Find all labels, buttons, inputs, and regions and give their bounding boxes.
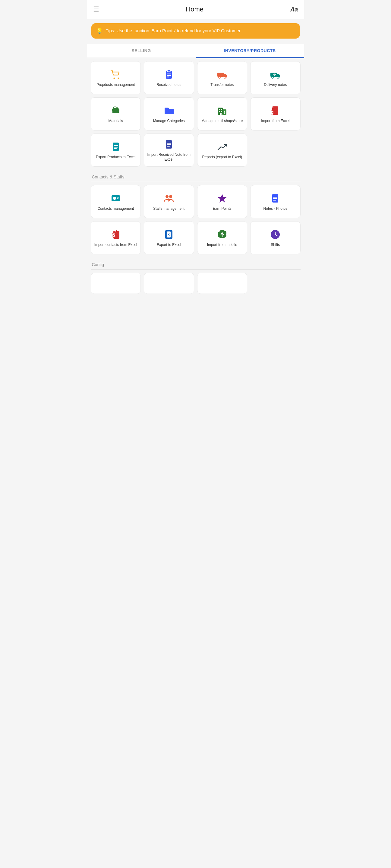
svg-rect-2: [166, 71, 172, 79]
folder-icon: [163, 105, 174, 116]
svg-rect-7: [217, 73, 224, 77]
tab-inventory[interactable]: INVENTORY/PRODUCTS: [196, 44, 304, 58]
svg-rect-20: [219, 111, 220, 112]
cart-icon: [110, 69, 121, 80]
svg-rect-46: [273, 197, 277, 198]
config-grid: [87, 270, 304, 297]
card-label-import-received-note-excel: Import Received Note from Excel: [146, 152, 192, 162]
card-label-shifts: Shifts: [271, 242, 280, 247]
page-title: Home: [186, 5, 204, 13]
contact-card-icon: [110, 193, 121, 204]
card-label-export-to-excel: Export to Excel: [157, 242, 181, 247]
tab-bar: SELLING INVENTORY/PRODUCTS: [87, 44, 304, 58]
card-products-management[interactable]: Propducts management: [91, 61, 141, 94]
svg-rect-3: [167, 70, 170, 72]
card-label-manage-multi-shops: Manage multi shops/store: [201, 119, 243, 123]
card-import-from-mobile[interactable]: Import from mobile: [197, 221, 247, 254]
card-label-products-management: Propducts management: [96, 82, 135, 87]
card-export-products-excel[interactable]: Export Products to Excel: [91, 133, 141, 167]
card-contacts-management[interactable]: Contacts management: [91, 185, 141, 218]
svg-rect-47: [273, 198, 277, 199]
svg-rect-32: [114, 148, 117, 149]
svg-rect-34: [167, 143, 171, 144]
tip-text: Tips: Use the function 'Earn Points' to …: [106, 27, 241, 34]
card-materials[interactable]: Materials: [91, 97, 141, 130]
truck-right-icon: [217, 69, 228, 80]
truck-arrow-icon: [270, 69, 281, 80]
svg-rect-23: [224, 113, 225, 114]
card-received-notes[interactable]: Received notes: [144, 61, 194, 94]
svg-rect-21: [221, 111, 222, 112]
card-staffs-management[interactable]: Staffs management: [144, 185, 194, 218]
card-label-contacts-management: Contacts management: [97, 206, 134, 211]
clock-circle-icon: [270, 229, 281, 240]
tab-selling[interactable]: SELLING: [87, 44, 196, 58]
cloud-upload-icon: [217, 229, 228, 240]
svg-point-38: [113, 197, 116, 200]
svg-point-12: [277, 76, 279, 79]
burger-icon: [110, 105, 121, 116]
svg-rect-40: [117, 198, 118, 199]
app-header: ☰ Home Aa: [87, 0, 304, 19]
card-label-export-products-excel: Export Products to Excel: [96, 155, 136, 159]
card-import-contacts-excel[interactable]: Import contacts from Excel: [91, 221, 141, 254]
card-label-received-notes: Received notes: [156, 82, 181, 87]
doc-excel-icon: X: [163, 229, 174, 240]
card-label-manage-categories: Manage Categories: [153, 119, 185, 123]
card-reports-export[interactable]: Reports (export to Excel): [197, 133, 247, 167]
card-label-delivery-notes: Delivery notes: [264, 82, 287, 87]
svg-point-41: [166, 195, 169, 198]
svg-rect-4: [167, 73, 171, 74]
svg-point-8: [218, 76, 220, 79]
card-manage-categories[interactable]: Manage Categories: [144, 97, 194, 130]
trend-up-icon: [217, 141, 228, 152]
svg-marker-44: [218, 194, 227, 203]
card-export-to-excel[interactable]: X Export to Excel: [144, 221, 194, 254]
svg-rect-17: [223, 110, 227, 115]
card-label-reports-export: Reports (export to Excel): [202, 155, 242, 159]
doc-lines-indigo-icon: [163, 139, 174, 150]
contacts-section-label: Contacts & Staffs: [87, 170, 304, 182]
svg-rect-39: [117, 197, 119, 198]
svg-point-1: [118, 78, 119, 79]
people-icon: [163, 193, 174, 204]
svg-rect-22: [224, 111, 225, 112]
svg-rect-35: [167, 144, 171, 145]
svg-rect-6: [167, 76, 169, 78]
tip-icon: 💡: [96, 28, 103, 34]
svg-rect-36: [167, 146, 170, 147]
card-manage-multi-shops[interactable]: Manage multi shops/store: [197, 97, 247, 130]
svg-point-61: [275, 234, 276, 235]
card-label-earn-points: Earn Points: [213, 206, 232, 211]
doc-lines-cyan-icon: [110, 141, 121, 152]
card-transfer-notes[interactable]: Transfer notes: [197, 61, 247, 94]
config-section-label: Config: [87, 257, 304, 270]
card-notes-photos[interactable]: Notes - Photos: [250, 185, 301, 218]
doc-blue-icon: [270, 193, 281, 204]
menu-button[interactable]: ☰: [93, 5, 99, 13]
card-shifts[interactable]: Shifts: [250, 221, 301, 254]
card-config-placeholder-2[interactable]: [144, 273, 194, 294]
card-label-import-from-mobile: Import from mobile: [207, 242, 237, 247]
card-config-placeholder-1[interactable]: [91, 273, 141, 294]
svg-rect-48: [273, 200, 276, 201]
card-import-received-note-excel[interactable]: Import Received Note from Excel: [144, 133, 194, 167]
card-label-import-contacts-excel: Import contacts from Excel: [94, 242, 137, 247]
card-earn-points[interactable]: Earn Points: [197, 185, 247, 218]
doc-red-clip-icon: [110, 229, 121, 240]
card-config-placeholder-3[interactable]: [197, 273, 247, 294]
svg-point-11: [272, 76, 273, 79]
svg-point-0: [113, 78, 115, 79]
star-icon: [217, 193, 228, 204]
card-label-import-from-excel: Import from Excel: [261, 119, 290, 123]
card-delivery-notes[interactable]: Delivery notes: [250, 61, 301, 94]
card-label-notes-photos: Notes - Photos: [264, 206, 287, 211]
svg-point-15: [112, 111, 119, 113]
svg-rect-5: [167, 75, 171, 76]
doc-red-icon: [270, 105, 281, 116]
svg-rect-24: [220, 113, 221, 115]
svg-point-9: [224, 76, 226, 79]
tip-banner: 💡 Tips: Use the function 'Earn Points' t…: [91, 23, 300, 38]
font-button[interactable]: Aa: [290, 6, 298, 13]
card-import-from-excel[interactable]: Import from Excel: [250, 97, 301, 130]
